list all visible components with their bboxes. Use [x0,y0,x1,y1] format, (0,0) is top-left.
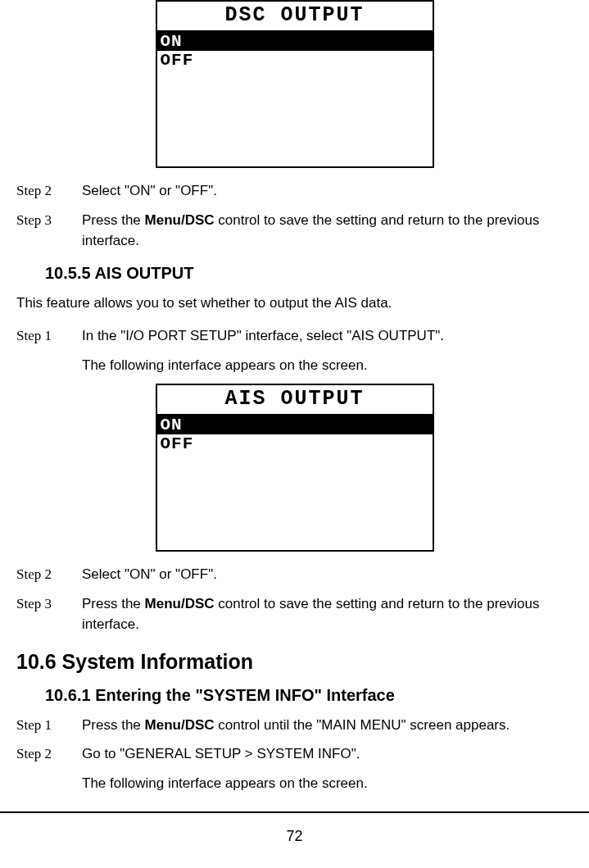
intro-text: This feature allows you to set whether t… [16,293,573,314]
step-label: Step 3 [16,593,82,635]
option-off: OFF [157,434,433,453]
step-text: Go to "GENERAL SETUP > SYSTEM INFO". [82,743,573,765]
text-prefix: Press the [82,596,145,611]
text-suffix: control until the "MAIN MENU" screen app… [215,717,510,733]
step-label: Step 2 [16,180,82,202]
section-heading-1055: 10.5.5 AIS OUTPUT [45,264,573,283]
step-row: Step 2 Select "ON" or "OFF". [16,564,573,585]
step-row: Step 3 Press the Menu/DSC control to sav… [16,593,573,635]
step-text: Press the Menu/DSC control to save the s… [82,593,573,635]
step-label: Step 2 [16,743,82,765]
step-row: Step 1 Press the Menu/DSC control until … [16,715,573,736]
step-label: Step 1 [16,325,82,347]
step-label: Step 2 [16,564,82,585]
page-footer: 72 [0,811,589,845]
main-heading-106: 10.6 System Information [16,650,573,674]
step-row: Step 1 In the "I/O PORT SETUP" interface… [16,325,573,347]
page-number: 72 [286,828,302,844]
step-label: Step 3 [16,210,82,252]
text-prefix: Press the [82,212,145,228]
lcd-body: ON OFF [157,416,433,550]
ais-output-screen: AIS OUTPUT ON OFF [156,384,434,552]
step-row: Step 2 Select "ON" or "OFF". [16,180,573,202]
step-text: Select "ON" or "OFF". [82,564,573,585]
step-row: Step 3 Press the Menu/DSC control to sav… [16,210,573,252]
step-text-line2: The following interface appears on the s… [82,355,573,376]
lcd-body: ON OFF [157,32,433,166]
lcd-title: DSC OUTPUT [157,2,433,32]
step-text: Press the Menu/DSC control to save the s… [82,210,573,252]
text-bold: Menu/DSC [145,212,215,228]
option-on: ON [157,416,433,434]
text-prefix: Press the [82,717,145,733]
option-on: ON [157,32,433,51]
step-row: Step 2 Go to "GENERAL SETUP > SYSTEM INF… [16,743,573,765]
text-bold: Menu/DSC [145,596,215,611]
text-bold: Menu/DSC [145,717,215,733]
option-off: OFF [157,51,433,70]
section-heading-1061: 10.6.1 Entering the "SYSTEM INFO" Interf… [45,686,573,705]
step-text-line2: The following interface appears on the s… [82,773,573,794]
step-label: Step 1 [16,715,82,736]
step-text: In the "I/O PORT SETUP" interface, selec… [82,325,573,347]
lcd-title: AIS OUTPUT [157,385,433,416]
step-text: Press the Menu/DSC control until the "MA… [82,715,573,736]
dsc-output-screen: DSC OUTPUT ON OFF [156,0,434,168]
step-text: Select "ON" or "OFF". [82,180,573,202]
